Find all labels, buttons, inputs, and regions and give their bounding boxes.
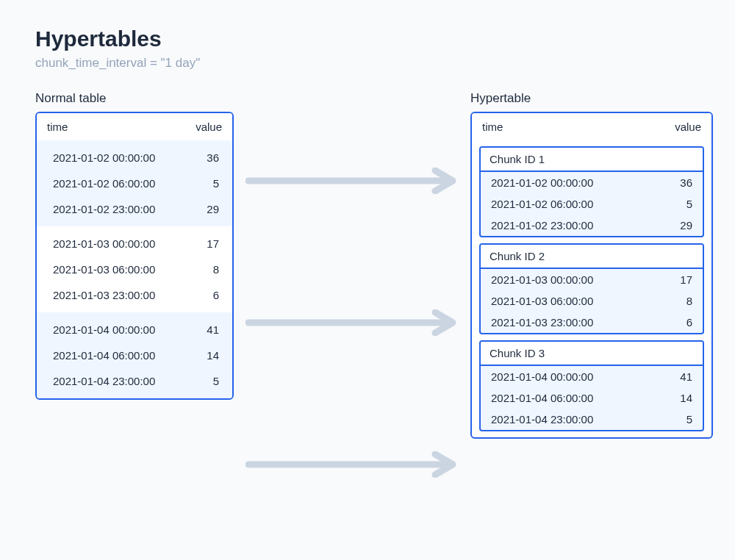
cell-value: 17 <box>672 273 692 286</box>
normal-label: Normal table <box>35 91 234 106</box>
arrow-icon <box>245 168 459 194</box>
table-row: 2021-01-03 06:00:008 <box>481 290 703 312</box>
cell-time: 2021-01-02 06:00:00 <box>53 177 155 190</box>
cell-time: 2021-01-03 06:00:00 <box>53 263 155 276</box>
table-row: 2021-01-02 00:00:0036 <box>481 172 703 193</box>
chunk-label: Chunk ID 3 <box>481 342 703 366</box>
cell-time: 2021-01-04 23:00:00 <box>491 413 593 426</box>
cell-value: 17 <box>198 237 219 250</box>
cell-time: 2021-01-02 23:00:00 <box>491 219 593 231</box>
cell-value: 5 <box>198 177 219 190</box>
table-row: 2021-01-04 23:00:005 <box>481 409 703 430</box>
table-row: 2021-01-02 23:00:0029 <box>481 215 703 236</box>
table-group: 2021-01-04 00:00:00412021-01-04 06:00:00… <box>37 312 232 398</box>
cell-value: 41 <box>672 370 692 383</box>
table-row: 2021-01-02 06:00:005 <box>37 170 232 196</box>
chunk: Chunk ID 22021-01-03 00:00:00172021-01-0… <box>479 243 704 334</box>
arrows <box>245 91 459 517</box>
table-row: 2021-01-04 00:00:0041 <box>37 317 232 342</box>
table-row: 2021-01-04 23:00:005 <box>37 368 232 394</box>
arrow-icon <box>245 309 459 336</box>
hyper-column: Hypertable time value Chunk ID 12021-01-… <box>470 91 713 439</box>
cell-value: 41 <box>198 323 219 336</box>
cell-time: 2021-01-02 23:00:00 <box>53 203 155 215</box>
table-row: 2021-01-02 23:00:0029 <box>37 196 232 222</box>
cell-value: 8 <box>198 263 219 276</box>
cell-value: 14 <box>198 349 219 362</box>
page-subtitle: chunk_time_interval = "1 day" <box>35 56 700 71</box>
col-value: value <box>196 121 222 133</box>
normal-headers: time value <box>37 113 232 140</box>
cell-time: 2021-01-03 06:00:00 <box>491 295 593 307</box>
cell-time: 2021-01-04 06:00:00 <box>53 349 155 362</box>
table-row: 2021-01-03 06:00:008 <box>37 256 232 282</box>
cell-value: 29 <box>672 219 692 231</box>
cell-time: 2021-01-04 23:00:00 <box>53 375 155 387</box>
col-value: value <box>675 121 701 133</box>
cell-value: 5 <box>198 375 219 387</box>
cell-value: 8 <box>672 295 692 307</box>
cell-time: 2021-01-02 00:00:00 <box>491 176 593 189</box>
hyper-table: time value Chunk ID 12021-01-02 00:00:00… <box>470 112 713 439</box>
col-time: time <box>47 121 68 133</box>
cell-value: 29 <box>198 203 219 215</box>
cell-value: 36 <box>672 176 692 189</box>
cell-time: 2021-01-03 23:00:00 <box>491 316 593 329</box>
cell-value: 5 <box>672 413 692 426</box>
table-row: 2021-01-02 00:00:0036 <box>37 145 232 170</box>
table-row: 2021-01-03 23:00:006 <box>481 312 703 333</box>
cell-time: 2021-01-04 00:00:00 <box>53 323 155 336</box>
table-row: 2021-01-02 06:00:005 <box>481 193 703 215</box>
table-group: 2021-01-03 00:00:00172021-01-03 06:00:00… <box>37 226 232 312</box>
cell-time: 2021-01-03 00:00:00 <box>491 273 593 286</box>
cell-time: 2021-01-03 00:00:00 <box>53 237 155 250</box>
table-row: 2021-01-04 06:00:0014 <box>481 387 703 409</box>
cell-time: 2021-01-04 06:00:00 <box>491 392 593 404</box>
normal-table: time value 2021-01-02 00:00:00362021-01-… <box>35 112 234 400</box>
table-row: 2021-01-03 00:00:0017 <box>37 231 232 256</box>
cell-value: 6 <box>672 316 692 329</box>
cell-value: 14 <box>672 392 692 404</box>
cell-time: 2021-01-03 23:00:00 <box>53 289 155 301</box>
diagram: Normal table time value 2021-01-02 00:00… <box>35 91 700 517</box>
table-row: 2021-01-04 06:00:0014 <box>37 342 232 368</box>
arrow-icon <box>245 451 459 478</box>
normal-column: Normal table time value 2021-01-02 00:00… <box>35 91 234 400</box>
page-title: Hypertables <box>35 26 700 51</box>
chunk: Chunk ID 12021-01-02 00:00:00362021-01-0… <box>479 146 704 237</box>
cell-time: 2021-01-02 06:00:00 <box>491 198 593 210</box>
cell-time: 2021-01-04 00:00:00 <box>491 370 593 383</box>
cell-time: 2021-01-02 00:00:00 <box>53 151 155 164</box>
chunk-label: Chunk ID 2 <box>481 245 703 269</box>
table-group: 2021-01-02 00:00:00362021-01-02 06:00:00… <box>37 140 232 226</box>
chunk: Chunk ID 32021-01-04 00:00:00412021-01-0… <box>479 340 704 431</box>
cell-value: 5 <box>672 198 692 210</box>
cell-value: 6 <box>198 289 219 301</box>
chunk-label: Chunk ID 1 <box>481 148 703 172</box>
cell-value: 36 <box>198 151 219 164</box>
table-row: 2021-01-03 00:00:0017 <box>481 269 703 290</box>
col-time: time <box>482 121 503 133</box>
hyper-headers: time value <box>472 113 711 140</box>
table-row: 2021-01-04 00:00:0041 <box>481 366 703 387</box>
table-row: 2021-01-03 23:00:006 <box>37 282 232 308</box>
hyper-label: Hypertable <box>470 91 713 106</box>
